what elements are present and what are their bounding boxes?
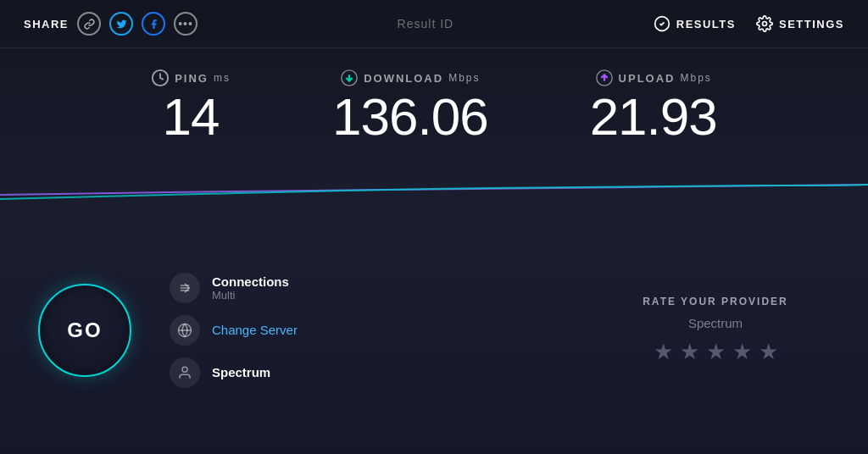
ping-label: PING ms <box>151 69 231 87</box>
rate-section: RATE YOUR PROVIDER Spectrum ★ ★ ★ ★ ★ <box>597 223 834 437</box>
star-1[interactable]: ★ <box>654 339 673 365</box>
share-section: SHARE ••• <box>24 12 198 36</box>
settings-label: SETTINGS <box>779 18 844 30</box>
header-right: RESULTS SETTINGS <box>654 15 844 32</box>
main-content: GO Connections Multi <box>0 214 868 454</box>
go-button[interactable]: GO <box>38 284 131 377</box>
results-label: RESULTS <box>676 18 736 30</box>
settings-button[interactable]: SETTINGS <box>756 15 844 32</box>
connections-row: Connections Multi <box>170 273 580 303</box>
twitter-icon[interactable] <box>109 12 133 36</box>
provider-label: Spectrum <box>212 365 270 379</box>
connections-icon <box>170 273 200 303</box>
header: SHARE ••• Result ID <box>0 0 868 48</box>
go-section: GO <box>34 223 136 437</box>
stats-section: PING ms 14 DOWNLOAD Mbps 136.06 <box>0 48 868 157</box>
rate-provider-name: Spectrum <box>688 316 743 330</box>
ping-stat: PING ms 14 <box>151 69 231 143</box>
upload-value: 21.93 <box>590 91 717 143</box>
star-5[interactable]: ★ <box>759 339 778 365</box>
facebook-icon[interactable] <box>142 12 165 36</box>
ping-value: 14 <box>151 91 231 143</box>
upload-stat: UPLOAD Mbps 21.93 <box>590 69 717 143</box>
info-section: Connections Multi Change Server <box>153 223 580 437</box>
app-container: SHARE ••• Result ID <box>0 0 868 454</box>
download-stat: DOWNLOAD Mbps 136.06 <box>332 69 488 143</box>
rate-title: RATE YOUR PROVIDER <box>643 296 788 307</box>
upload-icon <box>595 69 614 87</box>
connections-text: Connections Multi <box>212 274 289 302</box>
ping-icon <box>151 69 170 87</box>
globe-icon <box>170 315 200 346</box>
upload-label: UPLOAD Mbps <box>590 69 717 87</box>
server-row: Change Server <box>170 315 580 346</box>
link-icon[interactable] <box>77 12 101 36</box>
star-2[interactable]: ★ <box>680 339 699 365</box>
svg-point-12 <box>182 367 187 372</box>
checkmark-circle-icon <box>654 15 670 32</box>
change-server-link[interactable]: Change Server <box>212 323 298 337</box>
share-label: SHARE <box>24 18 69 30</box>
results-button[interactable]: RESULTS <box>654 15 736 32</box>
user-icon <box>170 357 200 388</box>
graph-area <box>0 157 868 208</box>
download-icon <box>340 69 359 87</box>
star-4[interactable]: ★ <box>732 339 752 365</box>
download-label: DOWNLOAD Mbps <box>332 69 488 87</box>
svg-point-1 <box>762 22 766 26</box>
gear-icon <box>756 15 773 32</box>
stars-container: ★ ★ ★ ★ ★ <box>654 339 778 365</box>
connections-label: Connections <box>212 274 289 289</box>
connections-value: Multi <box>212 289 289 302</box>
download-value: 136.06 <box>332 91 488 143</box>
provider-row: Spectrum <box>170 357 580 388</box>
star-3[interactable]: ★ <box>706 339 726 365</box>
result-id: Result ID <box>398 17 454 30</box>
more-icon[interactable]: ••• <box>174 12 198 36</box>
